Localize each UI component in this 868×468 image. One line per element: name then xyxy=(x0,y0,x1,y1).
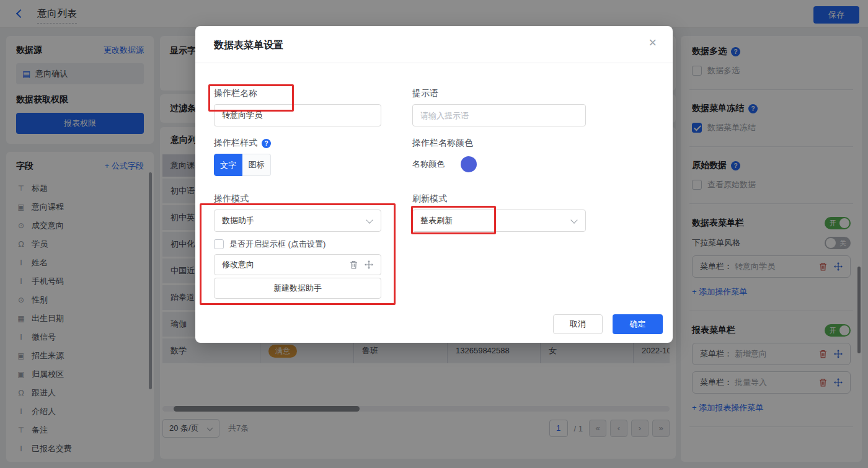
modal-title: 数据表菜单设置 xyxy=(214,39,283,52)
close-icon[interactable]: × xyxy=(649,36,657,50)
assistant-item[interactable]: 修改意向 xyxy=(214,254,381,275)
action-name-input[interactable] xyxy=(214,104,381,126)
tipbox-checkbox-row: 是否开启提示框 (点击设置) xyxy=(214,239,326,250)
modal-header: 数据表菜单设置 × xyxy=(195,26,673,63)
style-icon-tab[interactable]: 图标 xyxy=(242,154,271,176)
refresh-mode-label: 刷新模式 xyxy=(412,193,447,205)
style-segmented-control: 文字 图标 xyxy=(214,154,271,176)
action-style-label-text: 操作栏样式 xyxy=(214,138,257,149)
action-style-label: 操作栏样式 ? xyxy=(214,138,271,149)
datatable-menu-settings-modal: 数据表菜单设置 × 操作栏名称 提示语 操作栏样式 ? 文字 图标 操作栏名称颜… xyxy=(195,26,673,343)
color-swatch[interactable] xyxy=(461,156,477,172)
tipbox-checkbox[interactable] xyxy=(214,239,224,249)
assistant-item-label: 修改意向 xyxy=(222,259,254,270)
name-color-label: 操作栏名称颜色 xyxy=(412,138,473,149)
action-mode-select[interactable]: 数据助手 xyxy=(214,210,381,232)
tip-label: 提示语 xyxy=(412,88,438,99)
tip-input[interactable] xyxy=(412,104,586,126)
action-name-label: 操作栏名称 xyxy=(214,88,257,99)
confirm-button[interactable]: 确定 xyxy=(613,314,663,334)
app: 意向列表 保存 数据源 更改数据源 ▤ 意向确认 数据获取权限 报表权限 字段 … xyxy=(0,0,868,468)
name-color-text: 名称颜色 xyxy=(412,159,445,170)
help-icon[interactable]: ? xyxy=(262,139,271,148)
refresh-mode-select[interactable]: 整表刷新 xyxy=(412,210,586,232)
tipbox-checkbox-label: 是否开启提示框 (点击设置) xyxy=(229,239,326,250)
style-text-tab[interactable]: 文字 xyxy=(214,154,242,176)
new-assistant-button[interactable]: 新建数据助手 xyxy=(214,278,381,299)
move-icon[interactable] xyxy=(365,260,373,269)
cancel-button[interactable]: 取消 xyxy=(553,314,603,334)
action-mode-label: 操作模式 xyxy=(214,193,249,205)
trash-icon[interactable] xyxy=(350,260,358,269)
name-color-row: 名称颜色 xyxy=(412,156,477,172)
